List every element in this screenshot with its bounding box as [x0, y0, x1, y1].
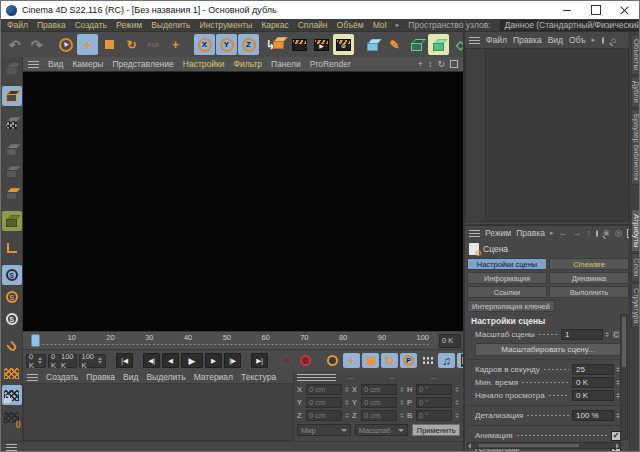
mat-menu-create[interactable]: Создать	[46, 372, 78, 382]
vp-menu-options[interactable]: Настройки	[183, 59, 225, 69]
generator-button[interactable]	[428, 34, 449, 55]
render-picture-viewer-button[interactable]: ▶	[311, 34, 332, 55]
search-icon[interactable]	[596, 230, 598, 237]
z-axis-lock[interactable]: Z	[238, 34, 259, 55]
preview-start-field[interactable]: 0 K	[572, 390, 614, 401]
search-icon[interactable]	[602, 37, 604, 44]
key-parameter-toggle[interactable]: P	[400, 353, 417, 368]
key-scale-toggle[interactable]	[362, 353, 379, 368]
goto-start-button[interactable]: |◀	[116, 353, 133, 368]
scale-scene-button[interactable]: Масштабировать сцену...	[475, 343, 621, 356]
rot-b-field[interactable]: 0 °	[416, 410, 452, 421]
spinner-icon[interactable]	[399, 397, 405, 408]
node-space-dropdown[interactable]: Данное (Стандартный/Физический)	[500, 20, 640, 31]
tab-cineware[interactable]: Cineware	[549, 258, 629, 270]
mat-menu-select[interactable]: Выделить	[146, 372, 185, 382]
spinner-icon[interactable]	[454, 410, 460, 421]
obj-menu-edit[interactable]: Правка	[513, 35, 542, 45]
spinner-icon[interactable]	[454, 397, 460, 408]
texture-view-button[interactable]	[2, 363, 22, 383]
spinner-icon[interactable]	[36, 355, 43, 367]
tab-execute[interactable]: Выполнить	[549, 286, 629, 298]
play-button[interactable]: ▶	[181, 353, 203, 368]
forward-icon[interactable]: →	[572, 228, 581, 238]
move-tool[interactable]: +	[77, 34, 98, 55]
coordinate-system-toggle[interactable]: ↳	[260, 34, 281, 55]
scene-scale-field[interactable]: 1	[561, 329, 603, 340]
detail-field[interactable]: 100 %	[572, 410, 614, 421]
side-tab-layers[interactable]: Слои	[631, 253, 640, 281]
menu-overflow-icon[interactable]: ▸	[396, 21, 400, 29]
side-tab-takes[interactable]: Дубли	[631, 76, 640, 108]
goto-end-button[interactable]: ▶|	[251, 353, 268, 368]
tab-references[interactable]: Ссылки	[467, 286, 547, 298]
spinner-icon[interactable]	[344, 384, 350, 395]
layer-lock-button[interactable]	[2, 385, 22, 405]
rot-p-field[interactable]: 0 °	[416, 397, 452, 408]
objects-menu-icon[interactable]	[469, 37, 480, 44]
side-tab-content-browser[interactable]: Браузер библиотек	[631, 109, 640, 186]
spinner-icon[interactable]	[399, 410, 405, 421]
end-frame-field[interactable]: 100 K	[79, 354, 107, 368]
tab-scene-settings[interactable]: Настройки сцены	[467, 258, 547, 270]
close-button[interactable]	[610, 1, 639, 19]
back-icon[interactable]: ←	[558, 228, 567, 238]
space-dropdown[interactable]: Мир	[297, 424, 351, 436]
spinner-icon[interactable]	[454, 384, 460, 395]
obj-menu-file[interactable]: Файл	[486, 35, 507, 45]
menu-overflow-icon[interactable]: ▸	[592, 36, 596, 44]
attr-menu-mode[interactable]: Режим	[485, 228, 511, 238]
edges-mode-button[interactable]	[2, 184, 22, 204]
rotate-view-icon[interactable]: ↻	[437, 59, 445, 69]
menu-mesh[interactable]: Каркас	[261, 20, 288, 30]
texture-mode-button[interactable]	[2, 113, 22, 133]
menu-select[interactable]: Выделить	[151, 20, 190, 30]
rotate-tool[interactable]: ↻	[121, 34, 142, 55]
points-mode-button[interactable]	[2, 162, 22, 182]
axis-mode-button[interactable]	[2, 238, 22, 258]
scrollbar-thumb[interactable]	[622, 317, 626, 367]
viewport-menu-icon[interactable]	[28, 61, 39, 68]
sound-toggle[interactable]: ♫	[438, 353, 455, 368]
vp-menu-view[interactable]: Вид	[48, 59, 63, 69]
scale-x-field[interactable]: 0 cm	[361, 384, 397, 395]
key-pla-toggle[interactable]	[419, 353, 436, 368]
spinner-icon[interactable]	[399, 384, 405, 395]
spinner-icon[interactable]	[603, 329, 610, 340]
attributes-horizontal-scrollbar[interactable]	[467, 442, 621, 449]
record-inactive-button[interactable]	[278, 353, 295, 368]
spinner-icon[interactable]	[344, 410, 350, 421]
scale-tool[interactable]	[99, 34, 120, 55]
pan-view-icon[interactable]: +	[418, 59, 423, 69]
menu-mode[interactable]: Режим	[116, 20, 142, 30]
target-icon[interactable]: ◎	[615, 228, 623, 238]
side-tab-attributes[interactable]: Атрибуты	[631, 209, 640, 252]
snap-2d-button[interactable]: S	[2, 309, 22, 329]
timeline-end-field[interactable]: 0 K	[439, 334, 461, 348]
record-keyframe-button[interactable]	[297, 353, 314, 368]
scrollbar-thumb[interactable]	[479, 444, 579, 447]
scroll-left-icon[interactable]	[468, 443, 471, 449]
pos-x-field[interactable]: 0 cm	[306, 384, 342, 395]
coordinates-menu-icon[interactable]	[297, 374, 336, 381]
attributes-menu-icon[interactable]	[469, 230, 480, 237]
mat-menu-view[interactable]: Вид	[123, 372, 138, 382]
min-time-field[interactable]: 0 K	[572, 377, 614, 388]
vp-menu-display[interactable]: Представление	[112, 59, 173, 69]
attributes-vertical-scrollbar[interactable]	[620, 314, 628, 440]
attr-menu-edit[interactable]: Правка	[516, 228, 545, 238]
material-list-area[interactable]	[23, 384, 293, 441]
live-selection-tool[interactable]: ▲	[55, 34, 76, 55]
pos-z-field[interactable]: 0 cm	[306, 410, 342, 421]
tab-dynamics[interactable]: Динамика	[549, 272, 629, 284]
home-icon[interactable]: ⌂	[611, 35, 616, 45]
add-cube-button[interactable]	[362, 34, 383, 55]
y-axis-lock[interactable]: Y	[216, 34, 237, 55]
mat-menu-texture[interactable]: Текстура	[241, 372, 276, 382]
menu-volume[interactable]: Объём	[337, 20, 364, 30]
psr-tool[interactable]: PSR	[143, 34, 164, 55]
material-menu-icon[interactable]	[27, 374, 38, 381]
mat-menu-material[interactable]: Материал	[194, 372, 233, 382]
preview-range-slider[interactable]: 0 K100 K	[48, 354, 77, 368]
selected-object-row[interactable]: Сцена	[465, 241, 631, 256]
